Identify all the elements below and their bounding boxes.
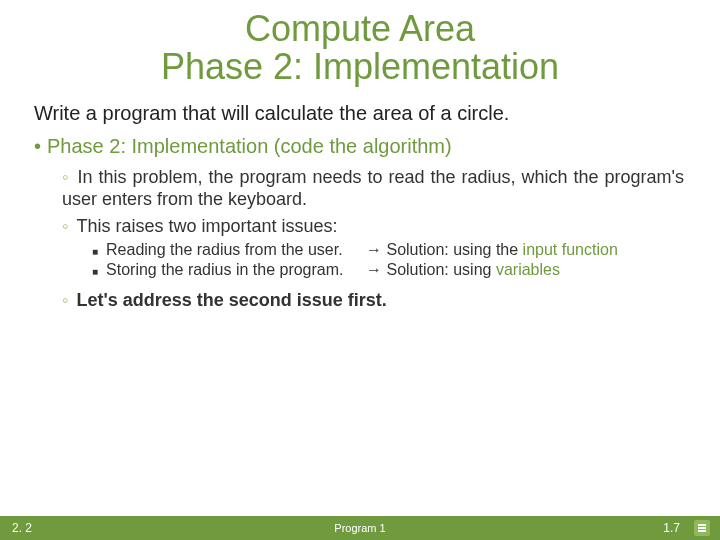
subpoint-3-text: Let's address the second issue first. xyxy=(76,290,386,310)
issue-2-keyword: variables xyxy=(496,261,560,278)
square-bullet-icon: ■ xyxy=(92,246,98,264)
subpoint-2: ◦This raises two important issues: xyxy=(62,215,684,238)
subpoint-1-text: In this problem, the program needs to re… xyxy=(62,167,684,210)
issue-2-right-prefix: → Solution: using xyxy=(366,261,496,278)
menu-icon[interactable] xyxy=(694,520,710,536)
issue-row-1: ■ Reading the radius from the user. → So… xyxy=(92,241,684,259)
ring-bullet-icon: ◦ xyxy=(62,167,69,187)
ring-bullet-icon: ◦ xyxy=(62,290,68,310)
issue-2-right: → Solution: using variables xyxy=(366,261,560,279)
issue-1-keyword: input function xyxy=(523,241,618,258)
square-bullet-icon: ■ xyxy=(92,266,98,284)
intro-text: Write a program that will calculate the … xyxy=(34,102,720,125)
issue-1-right: → Solution: using the input function xyxy=(366,241,618,259)
title-line-1: Compute Area xyxy=(245,8,475,49)
bullet-dot-icon: • xyxy=(34,135,41,157)
subpoint-2-text: This raises two important issues: xyxy=(76,216,337,236)
issue-2-left: Storing the radius in the program. xyxy=(106,261,366,279)
ring-bullet-icon: ◦ xyxy=(62,216,68,236)
footer-section: 2. 2 xyxy=(12,521,32,535)
subpoint-3: ◦Let's address the second issue first. xyxy=(62,289,684,312)
phase-heading: •Phase 2: Implementation (code the algor… xyxy=(34,135,720,158)
footer-center: Program 1 xyxy=(0,522,720,534)
footer-page-number: 1.7 xyxy=(663,521,680,535)
issue-1-right-prefix: → Solution: using the xyxy=(366,241,523,258)
issue-row-2: ■ Storing the radius in the program. → S… xyxy=(92,261,684,279)
title-line-2: Phase 2: Implementation xyxy=(161,46,559,87)
issue-1-left: Reading the radius from the user. xyxy=(106,241,366,259)
subpoint-1: ◦In this problem, the program needs to r… xyxy=(62,166,684,211)
slide-footer: 2. 2 Program 1 1.7 xyxy=(0,516,720,540)
phase-heading-text: Phase 2: Implementation (code the algori… xyxy=(47,135,452,157)
slide: { "title_line1": "Compute Area", "title_… xyxy=(0,0,720,540)
slide-title: Compute Area Phase 2: Implementation xyxy=(0,0,720,86)
